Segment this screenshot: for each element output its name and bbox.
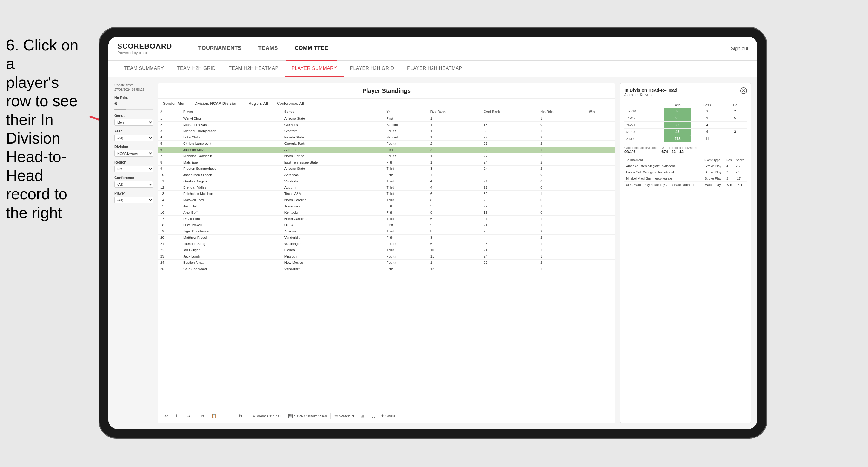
conference-filter-bar: Conference: All xyxy=(277,101,304,106)
expand-btn[interactable]: ⛶ xyxy=(370,413,377,419)
cell-name: Cole Sherwood xyxy=(181,266,282,272)
table-row[interactable]: 2 Michael La Sasso Ole Miss Second 1 18 … xyxy=(158,122,615,128)
table-row[interactable]: 19 Tiger Christensen Arizona Third 8 23 … xyxy=(158,228,615,235)
sub-nav-team-h2h-heatmap[interactable]: TEAM H2H HEATMAP xyxy=(222,61,285,77)
cell-no-rds: 0 xyxy=(538,122,586,128)
table-row[interactable]: 13 Phichaksn Maichon Texas A&M Third 6 3… xyxy=(158,191,615,197)
h2h-range: Top 10 xyxy=(624,108,664,115)
cell-reg-rank: 2 xyxy=(428,141,482,147)
table-row[interactable]: 15 Jake Hall Tennessee Fifth 5 22 1 xyxy=(158,203,615,210)
cell-conf-rank: 23 xyxy=(481,266,538,272)
player-label: Player xyxy=(114,191,153,195)
table-row[interactable]: 5 Christo Lamprecht Georgia Tech Fourth … xyxy=(158,141,615,147)
save-custom-btn[interactable]: 💾 Save Custom View xyxy=(288,414,327,418)
table-row[interactable]: 18 Luke Powell UCLA First 5 24 1 xyxy=(158,222,615,228)
cell-conf-rank xyxy=(481,235,538,241)
cell-school: Vanderbilt xyxy=(282,235,384,241)
copy-btn[interactable]: ⧉ xyxy=(199,413,206,419)
table-row[interactable]: 17 David Ford North Carolina Third 6 21 … xyxy=(158,216,615,222)
table-row[interactable]: 23 Jack Lundin Missouri Fourth 11 24 1 xyxy=(158,253,615,259)
redo-btn[interactable]: ↪ xyxy=(185,413,192,419)
cell-no-rds: 0 xyxy=(538,210,586,216)
tournament-row: SEC Match Play hosted by Jerry Pate Roun… xyxy=(624,182,747,188)
cell-rank: 8 xyxy=(158,159,181,166)
cell-reg-rank: 6 xyxy=(428,241,482,247)
cell-school: Washington xyxy=(282,241,384,247)
table-row[interactable]: 4 Luke Claton Florida State Second 1 27 … xyxy=(158,134,615,141)
cell-reg-rank: 12 xyxy=(428,266,482,272)
table-row[interactable]: 1 Wenyi Ding Arizona State First 1 1 xyxy=(158,115,615,122)
view-original-btn[interactable]: 🖥 View: Original xyxy=(252,414,281,418)
nav-teams[interactable]: TEAMS xyxy=(250,37,286,61)
table-row[interactable]: 12 Brendan Valles Auburn Third 4 27 0 xyxy=(158,184,615,191)
table-row[interactable]: 16 Alex Goff Kentucky Fifth 8 19 0 xyxy=(158,210,615,216)
cell-school: Georgia Tech xyxy=(282,141,384,147)
h2h-range: 51-100 xyxy=(624,129,664,135)
grid-btn[interactable]: ⊞ xyxy=(359,413,366,419)
h2h-tie: 1 xyxy=(723,122,747,129)
table-row[interactable]: 20 Matthew Riedel Vanderbilt Fifth 8 2 xyxy=(158,235,615,241)
conference-label: Conference xyxy=(114,176,153,180)
pause-btn[interactable]: ⏸ xyxy=(174,413,181,419)
h2h-win: 22 xyxy=(664,122,691,129)
table-row[interactable]: 6 Jackson Koivun Auburn First 2 22 1 xyxy=(158,147,615,153)
sub-nav-player-summary[interactable]: PLAYER SUMMARY xyxy=(285,61,344,77)
sub-nav-player-h2h-grid[interactable]: PLAYER H2H GRID xyxy=(344,61,401,77)
h2h-col-range xyxy=(624,102,664,108)
cell-no-rds: 1 xyxy=(538,128,586,134)
cell-no-rds: 0 xyxy=(538,172,586,178)
paste-btn[interactable]: 📋 xyxy=(210,413,218,419)
watch-btn[interactable]: 👁 Watch ▼ xyxy=(334,414,355,418)
cell-name: Gordon Sargent xyxy=(181,178,282,184)
cell-name: Wenyi Ding xyxy=(181,115,282,122)
table-row[interactable]: 25 Cole Sherwood Vanderbilt Fifth 12 23 … xyxy=(158,266,615,272)
sign-out-button[interactable]: Sign out xyxy=(731,46,748,51)
cell-rank: 7 xyxy=(158,153,181,159)
cell-name: Matthew Riedel xyxy=(181,235,282,241)
h2h-close-button[interactable]: ✕ xyxy=(740,87,747,94)
share-btn[interactable]: ⬆ Share xyxy=(381,414,396,418)
cell-reg-rank: 1 xyxy=(428,159,482,166)
undo-btn[interactable]: ↩ xyxy=(163,413,170,419)
sub-nav: TEAM SUMMARY TEAM H2H GRID TEAM H2H HEAT… xyxy=(108,61,757,77)
tourn-pos: 2 xyxy=(725,176,734,182)
player-select[interactable]: (All) xyxy=(114,197,153,203)
tournament-table: Tournament Event Type Pos Score Amer Ari… xyxy=(624,158,747,188)
tourn-score: -17 xyxy=(734,176,747,182)
table-row[interactable]: 21 Taehoon Song Washington Fourth 6 23 1 xyxy=(158,241,615,247)
h2h-col-tie: Tie xyxy=(723,102,747,108)
col-conf-rank: Conf Rank xyxy=(481,108,538,115)
nav-committee[interactable]: COMMITTEE xyxy=(286,37,337,61)
more-btn[interactable]: ⋯ xyxy=(222,413,229,419)
cell-school: Tennessee xyxy=(282,203,384,210)
table-row[interactable]: 8 Mats Ege East Tennessee State Fifth 1 … xyxy=(158,159,615,166)
table-row[interactable]: 7 Nicholas Gabrelcik North Florida Fourt… xyxy=(158,153,615,159)
cell-reg-rank: 4 xyxy=(428,172,482,178)
table-row[interactable]: 24 Bastien Amat New Mexico Fourth 1 27 2 xyxy=(158,259,615,266)
table-row[interactable]: 9 Preston Summerhays Arizona State Third… xyxy=(158,166,615,172)
toolbar: ↩ ⏸ ↪ ⧉ 📋 ⋯ ↻ 🖥 View: Original xyxy=(158,409,615,423)
gender-select[interactable]: Men Women xyxy=(114,119,153,126)
table-row[interactable]: 14 Maxwell Ford North Carolina Third 8 2… xyxy=(158,197,615,203)
conference-select[interactable]: (All) xyxy=(114,181,153,188)
table-row[interactable]: 3 Michael Thorbjornsen Stanford Fourth 1… xyxy=(158,128,615,134)
cell-rank: 14 xyxy=(158,197,181,203)
cell-conf-rank: 22 xyxy=(481,147,538,153)
sub-nav-team-summary[interactable]: TEAM SUMMARY xyxy=(117,61,170,77)
table-row[interactable]: 10 Jacob Mou-Olesen Arkansas Fifth 4 25 … xyxy=(158,172,615,178)
cell-yr: Third xyxy=(384,216,428,222)
cell-rank: 9 xyxy=(158,166,181,172)
cell-yr: Third xyxy=(384,191,428,197)
nav-tournaments[interactable]: TOURNAMENTS xyxy=(190,37,250,61)
sub-nav-player-h2h-heatmap[interactable]: PLAYER H2H HEATMAP xyxy=(401,61,469,77)
h2h-tie: 5 xyxy=(723,115,747,122)
table-row[interactable]: 22 Ian Gilligan Florida Third 10 24 1 xyxy=(158,247,615,253)
sub-nav-team-h2h-grid[interactable]: TEAM H2H GRID xyxy=(170,61,222,77)
refresh-btn[interactable]: ↻ xyxy=(237,413,244,419)
year-select[interactable]: (All) xyxy=(114,134,153,141)
division-select[interactable]: NCAA Division I xyxy=(114,150,153,157)
table-row[interactable]: 11 Gordon Sargent Vanderbilt Third 4 21 … xyxy=(158,178,615,184)
cell-no-rds: 2 xyxy=(538,153,586,159)
cell-win xyxy=(586,178,615,184)
region-select[interactable]: N/a xyxy=(114,166,153,172)
